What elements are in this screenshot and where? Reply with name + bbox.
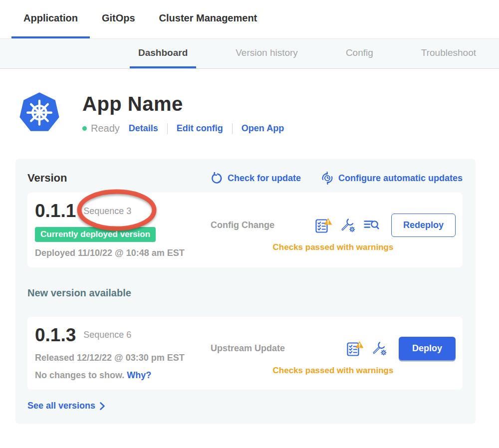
- tab-application[interactable]: Application: [11, 0, 90, 38]
- version-card-title: Version: [27, 172, 67, 185]
- checks-status-text: Checks passed with warnings: [211, 242, 456, 252]
- secondary-nav: Dashboard Version history Config Trouble…: [0, 38, 499, 69]
- config-wrench-icon[interactable]: [341, 218, 355, 232]
- current-version-row: 0.1.1 Sequence 3 Currently deployed vers…: [27, 193, 463, 267]
- subtab-version-history[interactable]: Version history: [227, 39, 306, 68]
- subtab-troubleshoot[interactable]: Troubleshoot: [413, 39, 485, 68]
- preflight-checks-icon[interactable]: [347, 341, 364, 356]
- kubernetes-logo-icon: [17, 89, 61, 135]
- check-for-update-link[interactable]: Check for update: [211, 172, 301, 185]
- released-timestamp: Released 12/12/22 @ 03:30 pm EST: [35, 353, 211, 363]
- primary-nav: Application GitOps Cluster Management: [0, 0, 499, 38]
- currently-deployed-badge: Currently deployed version: [35, 227, 156, 242]
- new-version-row: 0.1.3 Sequence 6 Released 12/12/22 @ 03:…: [27, 317, 463, 390]
- version-card: Version Check for update: [15, 159, 476, 424]
- page-title: App Name: [82, 93, 284, 115]
- subtab-dashboard[interactable]: Dashboard: [130, 39, 196, 68]
- new-version-heading: New version available: [27, 287, 463, 299]
- version-source-label: Config Change: [211, 220, 274, 230]
- app-status: Ready: [82, 123, 120, 134]
- subtab-config[interactable]: Config: [337, 39, 382, 68]
- app-header: App Name Ready Details Edit config Open …: [17, 89, 499, 135]
- version-number: 0.1.3: [35, 325, 76, 346]
- no-changes-text: No changes to show.Why?: [35, 370, 211, 381]
- checks-status-text: Checks passed with warnings: [211, 366, 456, 376]
- deploy-button[interactable]: Deploy: [399, 337, 456, 360]
- configure-automatic-updates-link[interactable]: Configure automatic updates: [321, 172, 463, 185]
- redeploy-button[interactable]: Redeploy: [391, 214, 456, 237]
- open-app-link[interactable]: Open App: [242, 123, 284, 134]
- auto-update-clock-icon: [321, 172, 334, 185]
- config-wrench-icon[interactable]: [372, 341, 387, 356]
- why-link[interactable]: Why?: [127, 370, 151, 380]
- deployed-timestamp: Deployed 11/10/22 @ 10:48 am EST: [35, 248, 211, 258]
- refresh-icon: [211, 172, 223, 185]
- diff-files-icon[interactable]: [364, 219, 379, 231]
- sequence-label: Sequence 3: [83, 206, 131, 217]
- chevron-right-icon: [99, 402, 105, 411]
- version-source-label: Upstream Update: [211, 343, 285, 354]
- details-link[interactable]: Details: [129, 123, 158, 134]
- divider: [232, 123, 233, 134]
- status-dot-icon: [82, 126, 87, 131]
- tab-cluster-management[interactable]: Cluster Management: [147, 0, 269, 38]
- tab-gitops[interactable]: GitOps: [90, 0, 147, 38]
- app-status-label: Ready: [91, 123, 120, 134]
- version-number: 0.1.1: [35, 201, 76, 222]
- edit-config-link[interactable]: Edit config: [177, 123, 223, 134]
- see-all-versions-link[interactable]: See all versions: [27, 401, 105, 411]
- divider: [167, 123, 168, 134]
- preflight-checks-icon[interactable]: [315, 218, 332, 233]
- sequence-label: Sequence 6: [83, 330, 131, 340]
